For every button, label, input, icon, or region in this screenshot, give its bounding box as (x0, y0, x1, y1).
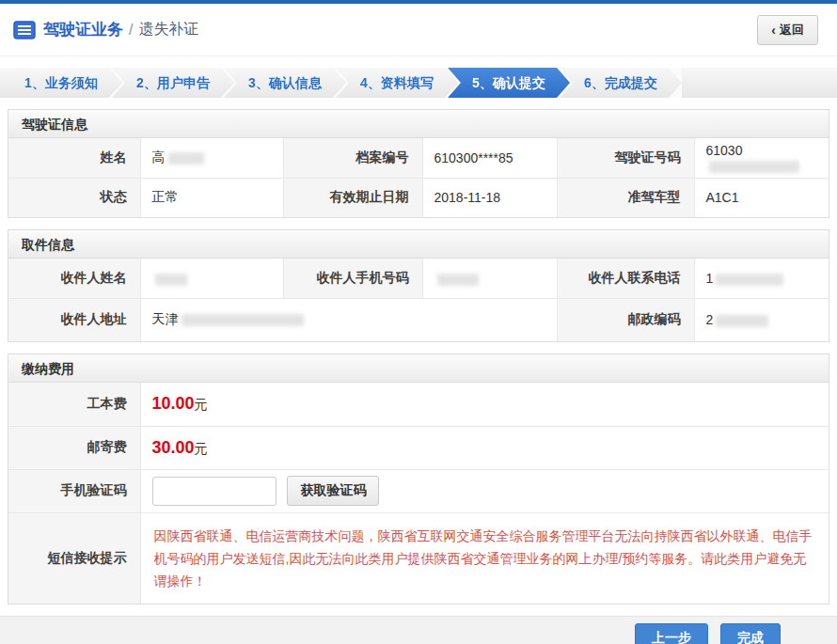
page-header: 驾驶证业务 / 遗失补证 ‹ 返回 (0, 4, 837, 56)
mail-fee-label: 邮寄费 (8, 426, 140, 469)
recipient-name-value (140, 259, 283, 298)
work-fee-label: 工本费 (8, 383, 140, 426)
table-row: 短信接收提示 因陕西省联通、电信运营商技术问题，陕西省互联网交通安全综合服务管理… (8, 512, 829, 604)
pickup-info-table: 收件人姓名 收件人手机号码 收件人联系电话 1 收件人地址 天津 邮政编码 2 (8, 259, 829, 341)
status-value: 正常 (140, 178, 283, 217)
sms-code-cell: 获取验证码 (140, 469, 829, 512)
finish-button[interactable]: 完成 (720, 623, 781, 644)
recipient-name-label: 收件人姓名 (8, 259, 140, 298)
expiry-label: 有效期止日期 (283, 178, 422, 217)
recipient-address-value: 天津 (140, 298, 557, 341)
work-fee-amount: 10.00 (152, 394, 195, 413)
breadcrumb-separator: / (129, 22, 133, 39)
step-1-notice[interactable]: 1、业务须知 (0, 68, 122, 98)
chevron-left-icon: ‹ (771, 23, 776, 38)
work-fee-unit: 元 (195, 397, 208, 412)
fees-table: 工本费 10.00元 邮寄费 30.00元 手机验证码 获取验证码 短信接收提 (8, 383, 829, 604)
vehicle-class-label: 准驾车型 (557, 178, 694, 217)
step-2-declare[interactable]: 2、用户申告 (112, 68, 234, 98)
redacted-value (182, 314, 304, 326)
pickup-section-title: 取件信息 (8, 230, 829, 259)
recipient-address-label: 收件人地址 (8, 298, 140, 341)
fees-section-title: 缴纳费用 (8, 354, 829, 383)
back-button-label: 返回 (780, 22, 804, 39)
redacted-value (716, 274, 783, 286)
table-row: 状态 正常 有效期止日期 2018-11-18 准驾车型 A1C1 (8, 178, 829, 217)
mail-fee-unit: 元 (195, 441, 208, 456)
step-wizard: 1、业务须知 2、用户申告 3、确认信息 4、资料填写 5、确认提交 6、完成提… (0, 68, 837, 98)
step-5-confirm-submit[interactable]: 5、确认提交 (448, 68, 570, 98)
table-row: 邮寄费 30.00元 (8, 426, 829, 469)
table-row: 手机验证码 获取验证码 (8, 469, 829, 512)
back-button[interactable]: ‹ 返回 (757, 15, 818, 45)
redacted-value (716, 315, 768, 327)
license-no-value: 61030 (694, 138, 829, 178)
step-6-done[interactable]: 6、完成提交 (560, 68, 682, 98)
footer-action-bar: 上一步 完成 (0, 616, 837, 644)
step-bar-filler (682, 68, 837, 98)
step-4-fill-data[interactable]: 4、资料填写 (336, 68, 458, 98)
redacted-value (168, 152, 204, 165)
sms-notice-text: 因陕西省联通、电信运营商技术问题，陕西省互联网交通安全综合服务管理平台无法向持陕… (140, 512, 829, 604)
recipient-mobile-label: 收件人手机号码 (283, 259, 422, 298)
work-fee-value: 10.00元 (140, 383, 829, 426)
redacted-value (155, 274, 187, 286)
license-no-label: 驾驶证号码 (557, 138, 694, 178)
table-row: 收件人地址 天津 邮政编码 2 (8, 298, 829, 341)
license-info-table: 姓名 高 档案编号 610300****85 驾驶证号码 61030 状态 正常… (8, 138, 829, 217)
fees-section: 缴纳费用 工本费 10.00元 邮寄费 30.00元 手机验证码 获取验证码 (8, 353, 829, 605)
redacted-value (709, 161, 799, 173)
previous-step-button[interactable]: 上一步 (635, 623, 708, 644)
license-info-section: 驾驶证信息 姓名 高 档案编号 610300****85 驾驶证号码 61030… (8, 109, 829, 218)
mail-fee-value: 30.00元 (140, 426, 829, 469)
license-business-icon (13, 21, 36, 39)
vehicle-class-value: A1C1 (694, 178, 829, 217)
recipient-phone-label: 收件人联系电话 (557, 259, 694, 298)
recipient-mobile-value (422, 259, 557, 298)
table-row: 姓名 高 档案编号 610300****85 驾驶证号码 61030 (8, 138, 829, 178)
license-section-title: 驾驶证信息 (8, 110, 829, 138)
status-label: 状态 (8, 178, 140, 217)
breadcrumb-current: 遗失补证 (138, 20, 198, 39)
sms-code-label: 手机验证码 (8, 469, 140, 512)
mail-fee-amount: 30.00 (152, 438, 195, 457)
recipient-phone-value: 1 (694, 259, 829, 298)
redacted-value (437, 274, 479, 286)
file-no-value: 610300****85 (422, 138, 557, 178)
sms-notice-label: 短信接收提示 (8, 512, 140, 604)
postal-code-value: 2 (694, 298, 829, 341)
pickup-info-section: 取件信息 收件人姓名 收件人手机号码 收件人联系电话 1 收件人地址 天津 邮政… (8, 229, 829, 342)
sms-code-input[interactable] (152, 477, 276, 506)
file-no-label: 档案编号 (283, 138, 422, 178)
get-sms-code-button[interactable]: 获取验证码 (287, 476, 379, 506)
expiry-value: 2018-11-18 (422, 178, 557, 217)
table-row: 收件人姓名 收件人手机号码 收件人联系电话 1 (8, 259, 829, 298)
name-label: 姓名 (8, 138, 140, 178)
name-value: 高 (140, 138, 283, 178)
postal-code-label: 邮政编码 (557, 298, 694, 341)
table-row: 工本费 10.00元 (8, 383, 829, 426)
step-3-confirm-info[interactable]: 3、确认信息 (224, 68, 346, 98)
page-title: 驾驶证业务 (43, 19, 123, 40)
